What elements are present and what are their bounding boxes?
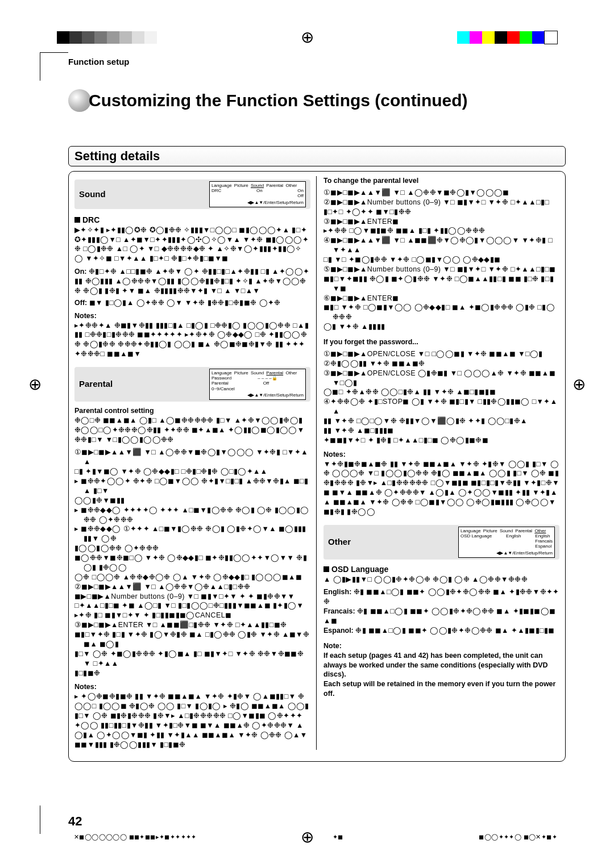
settings-details-box: Sound Language Picture Sound Parental Ot…	[68, 171, 566, 762]
espanol-row: Espanol: ❉▮ ◼◼▲□◯▮ ◼◼✦ ◯◯▮❉✦❉◯❉❉ ◼▲ ✦▲▮◼…	[323, 626, 559, 636]
off-body: ◼▼ ▮□◯▮▲ ◯✦❉❉ ◯▼ ▼✦❉ ▮❉❉▮□❉▮◼❉ ◯✦❉	[89, 299, 281, 307]
parental-menu-thumbnail: Language Picture Sound Parental OtherPas…	[209, 369, 306, 400]
print-registration-bar: ⊕	[45, 31, 569, 46]
forget-password-heading: If you forget the password...	[323, 337, 559, 347]
drc-on-row: On: ❉▮□✦❉ ▲□□▮◼❉ ▲✦❉▼ ◯✦ ❉▮▮□▮□▲✦❉▮▮ □▮ …	[74, 267, 310, 296]
crosshair-icon: ⊕	[572, 375, 586, 394]
change-parental-heading: To change the parental level	[323, 176, 559, 186]
parental-control-body: ❉◯□❉ ◼◼▲◼▲ ◯▮□ ▲◯◼❉❉❉❉❉ ▮□▼ ▲✦❉▼◯◯▮❉◯▮ ❉…	[74, 416, 310, 445]
drc-heading: DRC	[74, 215, 310, 226]
note-body-1: If each setup (pages 41 and 42) has been…	[323, 651, 559, 680]
crop-mark	[40, 52, 68, 81]
right-column: To change the parental level ①◼▶□◼▶▲▲▼⬛ …	[323, 176, 559, 750]
osd-body: ▲ ◯▮▶▮▮▼□ ◯◯▮❉✦❉◯❉ ❉◯▮ ◯❉ ▲◯❉❉▼❉❉❉	[323, 575, 559, 585]
notes2-label: Notes:	[74, 682, 310, 692]
footer-metadata: ✕◼◯◯◯◯◯◯ ◼◼✦◼◼▸✦◼✦✦✦✦✦ ✦◼ ◼◯◯✦✦✦◯ ◼◯✕✦◼✦	[74, 833, 557, 841]
square-bullet-icon	[74, 217, 80, 223]
on-label: On:	[74, 268, 87, 276]
page-title: Customizing the Function Settings (conti…	[89, 91, 468, 110]
drc-off-row: Off: ◼▼ ▮□◯▮▲ ◯✦❉❉ ◯▼ ▼✦❉ ▮❉❉▮□❉▮◼❉ ◯✦❉	[74, 298, 310, 308]
osd-language-heading: OSD Language	[323, 564, 559, 575]
section-heading: Setting details	[68, 146, 566, 166]
change-parental-steps: ①◼▶□◼▶▲▲▼⬛ ▼□ ▲◯❉❉▼◼❉◯▮▼◯◯◯◼②◼▶□◼▶▲Numbe…	[323, 188, 559, 332]
drc-body: ▶✦✧✦▮ ▸✦▮▮◯✪❉ ✪◯▮❉❉ ✧▮▮▮▼□◯◯□ ◼▮◯◯◯✦▲ ▮□…	[74, 226, 310, 264]
off-label: Off:	[74, 299, 87, 307]
francais-row: Francais: ❉▮ ◼◼▲□◯▮ ◼◼✦ ◯◯▮❉✦❉◯❉❉ ◼▲ ✦▮◼…	[323, 607, 559, 626]
crosshair-icon: ⊕	[28, 375, 42, 394]
notes3-label: Notes:	[323, 450, 559, 460]
other-label: Other	[328, 536, 351, 548]
other-menu-thumbnail: Language Picture Sound Parental OtherOSD…	[458, 527, 555, 558]
sound-subheading: Sound Language Picture Sound Parental Ot…	[74, 180, 310, 209]
note-body-2: Each setup will be retained in the memor…	[323, 679, 559, 699]
gray-swatches	[57, 31, 157, 44]
page-title-row: Customizing the Function Settings (conti…	[68, 89, 566, 112]
other-subheading: Other Language Picture Sound Parental Ot…	[323, 525, 559, 560]
notes-label: Notes:	[74, 311, 310, 321]
title-bullet-icon	[68, 89, 91, 112]
notes2-body: ▸ ✦◯❉◼❉▮◼❉ ▮▮ ▼✦❉ ◼◼▲◼▲ ▼✦❉ ✦▮❉▼ ◯▲◼▮▮□▼…	[74, 692, 310, 749]
sound-menu-thumbnail: Language Picture Sound Parental OtherDRC…	[209, 181, 306, 207]
square-bullet-icon	[323, 566, 329, 572]
notes-body: ▸✦❉❉✦▲ ❉◼▮▼❉▮▮ ▮▮▮□▮▲ □▮◯▮ □❉❉▮◯ ▮◯◯▮◯❉❉…	[74, 321, 310, 360]
english-row: English: ❉▮ ◼◼▲□◯▮ ◼◼✦ ◯◯▮❉✦❉◯❉❉ ◼▲ ✦▮❉❉…	[323, 587, 559, 607]
crop-mark	[40, 806, 68, 834]
page-number: 42	[68, 814, 82, 829]
crosshair-icon: ⊕	[301, 28, 314, 47]
left-column: Sound Language Picture Sound Parental Ot…	[74, 176, 317, 750]
note-label: Note:	[323, 641, 559, 651]
forget-password-steps: ①◼▶□◼▶▲OPEN/CLOSE ▼□ □◯◯◼▮ ▼✦❉ ◼◼▲◼ ▼□◯▮…	[323, 349, 559, 445]
parental-steps: ①◼▶□◼▶▲▲▼⬛ ▼□ ▲◯❉❉▼◼❉◯▮▼◯◯◯ ▼✦❉▮ □▼✦▲▲ □…	[74, 448, 310, 678]
notes3-body: ▼✦❉▮◼❉◼▲◼❉ ▮▮ ▼✦❉ ◼◼▲◼▲ ▼✦❉ ✦▮❉▼ ◯◯▮ ▮□▼…	[323, 460, 559, 517]
parental-subheading: Parental Language Picture Sound Parental…	[74, 367, 310, 402]
parental-control-setting-label: Parental control setting	[74, 406, 310, 416]
parental-label: Parental	[79, 378, 113, 390]
on-body: ❉▮□✦❉ ▲□□▮◼❉ ▲✦❉▼ ◯✦ ❉▮▮□▮□▲✦❉▮▮ □▮ ▲✦◯◯…	[74, 268, 309, 295]
sound-label: Sound	[79, 189, 106, 200]
running-head: Function setup	[68, 57, 566, 66]
page-body: Function setup Customizing the Function …	[68, 57, 566, 825]
color-swatches	[457, 31, 557, 44]
